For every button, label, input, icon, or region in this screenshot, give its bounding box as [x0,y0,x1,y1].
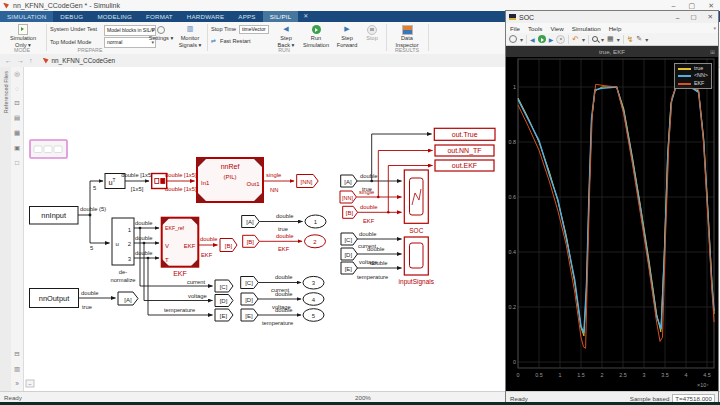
inputsignals-scope-block[interactable]: inputSignals [399,237,435,286]
commented-subsystem-block[interactable] [30,140,67,158]
x-tick-label: 3.5 [661,372,669,378]
nav-back-icon[interactable]: ← [5,57,12,64]
expand-plot-icon[interactable]: ⊞ [710,48,715,55]
zoom-icon[interactable] [592,36,598,42]
run-icon [312,25,321,34]
tab-simulation[interactable]: SIMULATION [0,11,53,22]
outport-2[interactable]: 2 [305,235,326,248]
data-inspector-button[interactable]: Data Inspector [392,24,422,48]
tab-apps[interactable]: APPS [231,11,262,22]
from-c2-tag[interactable]: [C] [341,233,357,245]
outport-3[interactable]: 3 [303,276,324,289]
ekf-block[interactable]: EKF_ref V T EKF EKF [162,218,199,277]
zoom-level[interactable]: 200% [355,394,371,401]
tab-hardware[interactable]: HARDWARE [180,11,231,22]
close-icon[interactable]: ✕ [708,13,713,21]
layout-icon[interactable]: ▦ [607,35,614,43]
denormalize-block[interactable]: u 1 2 3 de- normalize [110,218,135,283]
from-d2-tag[interactable]: [D] [341,248,357,260]
scope-settings-icon[interactable] [509,35,517,43]
from-nn-tag[interactable]: [NN] [340,191,356,203]
tab-sil-pil[interactable]: SIL/PIL [263,11,299,22]
stop-icon [367,25,377,35]
menu-simulation[interactable]: Simulation [568,25,605,32]
palette-area-icon[interactable]: ▦ [14,129,20,137]
nav-forward-icon[interactable]: → [17,57,24,64]
from-e-tag[interactable]: [E] [241,309,258,321]
from-a2-tag[interactable]: [A] [341,175,357,187]
nnref-pil-block[interactable]: nnRef (PIL) In1 Out1 [197,158,263,202]
close-context-tab-icon[interactable]: ✕ [298,11,313,22]
measurements-icon[interactable]: ✎ [636,35,642,43]
outport-4[interactable]: 4 [303,293,324,306]
outport-5[interactable]: 5 [303,309,324,322]
stop-time-input[interactable] [239,25,269,34]
from-d-tag[interactable]: [D] [241,293,258,305]
nnoutput-block[interactable]: nnOutput [30,289,79,308]
series-nn [518,87,714,333]
palette-zoom-icon[interactable]: ◌ [15,85,19,92]
plot-legend[interactable]: true<NN>EKF [674,63,712,89]
scope-stop-icon[interactable] [556,35,565,44]
collapse-panel-button[interactable]: – [26,380,34,387]
step-back-button[interactable]: ◀ Step Back ▾ [274,24,298,48]
from-b-tag[interactable]: [B] [243,235,260,247]
palette-frame-icon[interactable]: □ [15,159,19,166]
nav-up-icon[interactable]: ↑ [29,57,33,64]
goto-b-tag[interactable]: [B] [220,239,237,252]
palette-expand-icon[interactable]: » [15,380,19,387]
stop-button[interactable]: Stop [362,24,382,42]
goto-a-tag[interactable]: [A] [118,292,138,305]
goto-c-tag[interactable]: [C] [215,280,233,292]
maximize-icon[interactable]: ▢ [690,13,696,21]
menu-help[interactable]: Help [605,25,626,32]
signal-label: [1x5] [131,186,144,192]
palette-table-icon[interactable]: ▥ [14,365,20,373]
from-b2-tag[interactable]: [B] [343,206,358,218]
trigger-icon[interactable]: ↯ [627,35,634,44]
palette-browse-icon[interactable]: ◎ [14,70,20,78]
nninput-block[interactable]: nnInput [30,207,79,225]
outport-1[interactable]: 1 [305,215,326,228]
run-simulation-button[interactable]: Run Simulation [300,24,332,48]
chevron-down-icon: ▾ [520,36,523,43]
breadcrumb[interactable]: nn_KFNN_CCodeGen [52,57,116,64]
from-c-tag[interactable]: [C] [241,277,259,289]
menu-pin-icon[interactable]: ▾ [709,25,718,31]
goto-nn-tag[interactable]: [NN] [297,175,319,188]
palette-capture-icon[interactable]: ⊟ [14,350,19,358]
minimize-icon[interactable]: – [672,2,676,9]
close-icon[interactable]: ✕ [708,2,714,10]
scope-step-back-icon[interactable]: ◀ [530,36,535,43]
goto-d-tag[interactable]: [D] [215,295,233,307]
restore-view-icon[interactable]: ↶ [572,35,579,44]
scope-step-forward-icon[interactable]: ▶ [549,36,554,43]
palette-annotation-icon[interactable]: ▤ [14,114,20,122]
goto-e-tag[interactable]: [E] [215,309,233,321]
scope-run-icon[interactable] [538,35,546,43]
step-forward-button[interactable]: ▶ Step Forward [334,24,360,48]
legend-label: <NN> [694,73,708,78]
from-e2-tag[interactable]: [E] [341,262,357,274]
menu-file[interactable]: File [506,25,524,32]
menu-tools[interactable]: Tools [524,25,546,32]
model-diagram[interactable]: nnInput double (5) 5 5 uT double [1x5] [… [24,67,505,391]
tab-modeling[interactable]: MODELING [90,11,139,22]
palette-fit-view-icon[interactable]: ⊡ [14,99,19,107]
simulation-only-button[interactable]: Simulation Only ▾ [2,24,44,48]
fast-restart-toggle[interactable]: Fast Restart [220,38,250,44]
tab-format[interactable]: FORMAT [139,11,180,22]
wire[interactable] [90,215,110,243]
maximize-icon[interactable]: ▢ [689,2,696,10]
menu-view[interactable]: View [546,25,567,32]
palette-viewmark-icon[interactable]: ▣ [14,144,20,152]
out-ekf-block[interactable]: out.EKF [435,160,494,171]
out-nn-tf-block[interactable]: out.NN_TF [435,145,494,156]
monitor-signals-button[interactable]: ▥ Monitor Signals ▾ [176,24,204,48]
out-true-block[interactable]: out.True [434,128,495,140]
soc-scope-block[interactable]: SOC [404,170,428,234]
tab-debug[interactable]: DEBUG [53,11,90,22]
from-a-tag[interactable]: [A] [242,216,260,228]
minimize-icon[interactable]: – [676,14,680,21]
settings-button[interactable]: Settings ▾ [148,24,174,42]
